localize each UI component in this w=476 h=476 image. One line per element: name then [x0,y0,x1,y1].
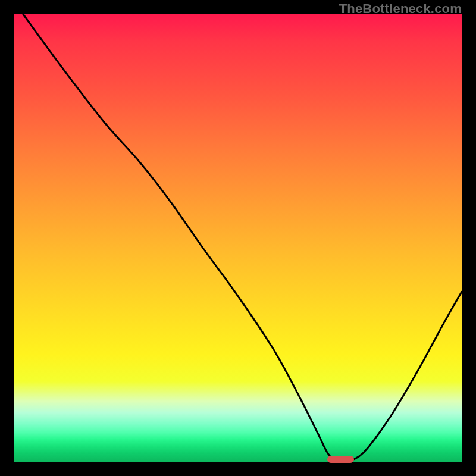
chart-frame: TheBottleneck.com [0,0,476,476]
curve-path [23,14,462,462]
bottleneck-curve [14,14,462,462]
watermark-text: TheBottleneck.com [339,1,462,17]
optimum-marker [327,456,354,463]
plot-area [14,14,462,462]
